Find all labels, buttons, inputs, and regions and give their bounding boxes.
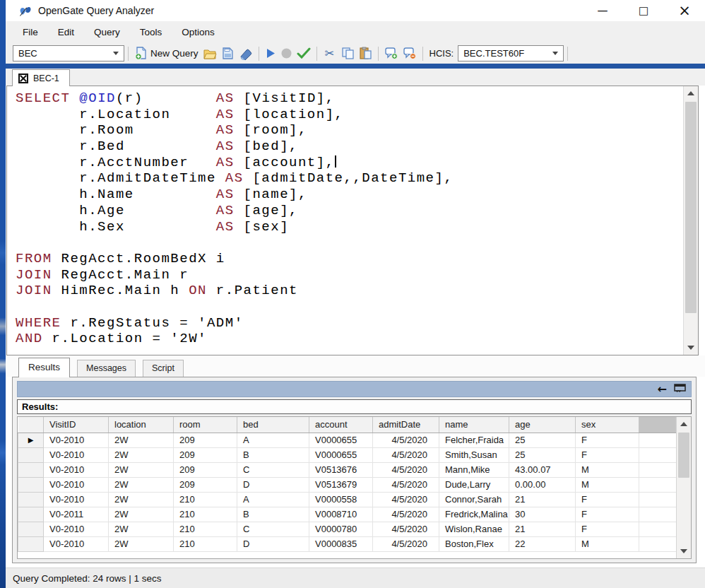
cell-bed[interactable]: B [237,447,309,462]
grid-scrollbar[interactable] [676,417,691,558]
cell-sex[interactable]: F [576,447,639,462]
cell-visitid[interactable]: V0-2010 [44,492,109,507]
table-row[interactable]: V0-20102W209BV00006554/5/2020Smith,Susan… [18,447,676,462]
open-file-button[interactable] [201,46,219,61]
cell-admitdate[interactable]: 4/5/2020 [373,447,439,462]
cell-admitdate[interactable]: 4/5/2020 [373,536,439,551]
cell-sex[interactable]: F [576,433,639,447]
cell-name[interactable]: Connor,Sarah [439,492,509,507]
menu-item-options[interactable]: Options [172,21,225,43]
column-header-sex[interactable]: sex [576,417,639,433]
column-header-age[interactable]: age [509,417,576,433]
cell-visitid[interactable]: V0-2010 [44,433,109,447]
cell-bed[interactable]: B [237,507,309,522]
table-row[interactable]: ▶V0-20102W209AV00006554/5/2020Felcher,Fr… [18,433,676,447]
cell-room[interactable]: 210 [174,522,237,536]
cell-account[interactable]: V0513676 [309,462,373,477]
cell-age[interactable]: 21 [509,492,576,507]
editor-scrollbar[interactable] [683,86,698,355]
cell-visitid[interactable]: V0-2011 [44,507,109,522]
clear-editor-button[interactable] [237,46,255,61]
cell-account[interactable]: V0000558 [309,492,373,507]
cell-age[interactable]: 25 [509,433,576,447]
maximize-button[interactable]: □ [623,0,664,21]
cell-room[interactable]: 209 [174,447,237,462]
hcis-combobox[interactable]: BEC.TEST60F [458,45,564,61]
table-row[interactable]: V0-20102W209CV05136764/5/2020Mann,Mike43… [18,462,676,477]
cell-location[interactable]: 2W [109,522,174,536]
table-row[interactable]: V0-20102W209DV05136794/5/2020Dude,Larry0… [18,477,676,492]
menu-item-tools[interactable]: Tools [130,21,172,43]
cell-sex[interactable]: M [576,536,639,551]
tab-messages[interactable]: Messages [77,360,136,377]
cell-visitid[interactable]: V0-2010 [44,477,109,492]
cell-location[interactable]: 2W [109,492,174,507]
scroll-down-icon[interactable] [677,544,691,558]
cell-sex[interactable]: F [576,522,639,536]
cell-room[interactable]: 210 [174,492,237,507]
cell-sex[interactable]: M [576,477,639,492]
row-selector[interactable] [18,462,44,477]
cell-account[interactable]: V0513679 [309,477,373,492]
cell-admitdate[interactable]: 4/5/2020 [373,492,439,507]
cell-location[interactable]: 2W [109,447,174,462]
scroll-thumb[interactable] [678,433,689,478]
tab-close-icon[interactable] [18,74,28,83]
cell-account[interactable]: V0008710 [309,507,373,522]
row-selector-header[interactable] [18,417,44,433]
cell-name[interactable]: Dude,Larry [439,477,509,492]
cell-account[interactable]: V0000835 [309,536,373,551]
menu-item-file[interactable]: File [13,21,48,43]
cell-age[interactable]: 43.00.07 [509,462,576,477]
cell-sex[interactable]: F [576,492,639,507]
disconnect-button[interactable] [401,45,419,61]
cell-admitdate[interactable]: 4/5/2020 [373,507,439,522]
cell-visitid[interactable]: V0-2010 [44,447,109,462]
row-selector[interactable] [18,507,44,522]
cell-visitid[interactable]: V0-2010 [44,536,109,551]
cell-age[interactable]: 0.00.00 [509,477,576,492]
cell-room[interactable]: 209 [174,462,237,477]
minimize-button[interactable]: — [582,0,623,21]
scroll-down-icon[interactable] [684,341,698,355]
row-selector[interactable] [18,522,44,536]
cell-name[interactable]: Fredrick,Malina [439,507,509,522]
cell-account[interactable]: V0000655 [309,447,373,462]
current-row-marker[interactable]: ▶ [18,433,44,447]
cell-sex[interactable]: M [576,462,639,477]
cell-location[interactable]: 2W [109,507,174,522]
cell-age[interactable]: 30 [509,507,576,522]
row-selector[interactable] [18,536,44,551]
cell-admitdate[interactable]: 4/5/2020 [373,477,439,492]
table-row[interactable]: V0-20102W210DV00008354/5/2020Boston,Flex… [18,536,676,551]
cell-admitdate[interactable]: 4/5/2020 [373,462,439,477]
column-header-location[interactable]: location [109,417,174,433]
dock-window-icon[interactable] [674,384,687,395]
save-file-button[interactable] [219,45,237,61]
menu-item-edit[interactable]: Edit [48,21,84,43]
cell-account[interactable]: V0000780 [309,522,373,536]
column-header-admitdate[interactable]: admitDate [373,417,439,433]
column-header-visitid[interactable]: VisitID [44,417,109,433]
cell-bed[interactable]: C [237,462,309,477]
table-row[interactable]: V0-20112W210BV00087104/5/2020Fredrick,Ma… [18,507,676,522]
row-selector[interactable] [18,492,44,507]
new-query-button[interactable]: New Query [132,45,201,61]
editor-tab-bec-1[interactable]: BEC-1 [12,69,70,86]
column-header-name[interactable]: name [439,417,509,433]
validate-query-button[interactable] [295,46,313,61]
cell-bed[interactable]: D [237,536,309,551]
column-header-room[interactable]: room [174,417,237,433]
cell-location[interactable]: 2W [109,433,174,447]
cell-name[interactable]: Boston,Flex [439,536,509,551]
back-arrow-icon[interactable]: ← [658,382,667,396]
cell-sex[interactable]: F [576,507,639,522]
scroll-up-icon[interactable] [684,86,698,100]
cell-visitid[interactable]: V0-2010 [44,522,109,536]
column-header-bed[interactable]: bed [237,417,309,433]
cell-name[interactable]: Wislon,Ranae [439,522,509,536]
row-selector[interactable] [18,447,44,462]
cell-name[interactable]: Felcher,Fraida [439,433,509,447]
scroll-up-icon[interactable] [677,417,691,431]
table-row[interactable]: V0-20102W210CV00007804/5/2020Wislon,Rana… [18,522,676,536]
